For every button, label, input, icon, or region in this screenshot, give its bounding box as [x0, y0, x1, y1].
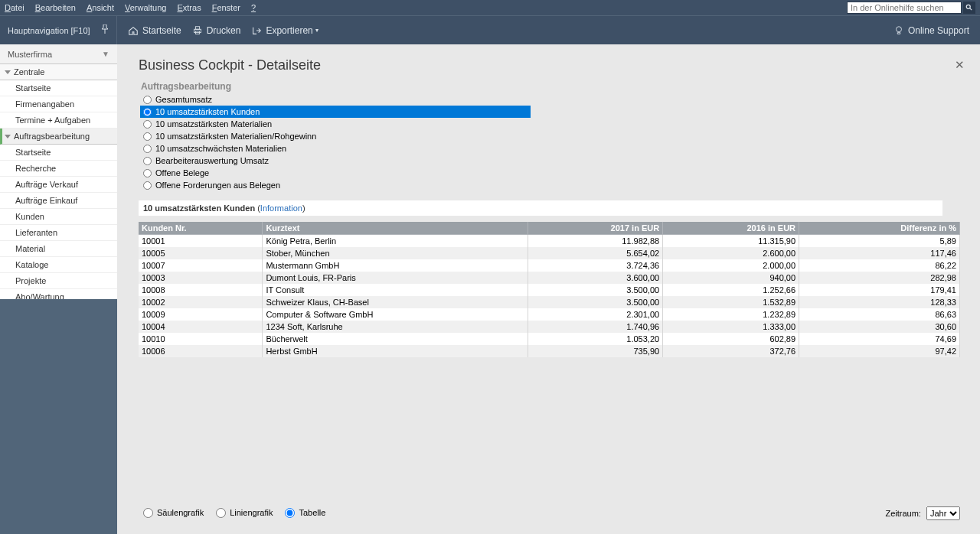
- view-option-radio[interactable]: [285, 508, 295, 518]
- table-row[interactable]: 10010Bücherwelt1.053,20602,8974,69: [139, 333, 960, 345]
- report-option-radio[interactable]: [143, 169, 152, 177]
- table-row[interactable]: 10002Schweizer Klaus, CH-Basel3.500,001.…: [139, 296, 960, 308]
- table-cell: 10003: [139, 272, 263, 284]
- sidebar-item-startseite[interactable]: Startseite: [0, 145, 117, 161]
- report-option-list: Gesamtumsatz10 umsatzstärksten Kunden10 …: [140, 93, 969, 191]
- menu-?[interactable]: ?: [251, 3, 256, 12]
- report-option-radio[interactable]: [143, 120, 152, 129]
- sidebar-item-startseite[interactable]: Startseite: [0, 80, 117, 96]
- report-option-label: 10 umsatzstärksten Materialien: [155, 119, 272, 129]
- table-row[interactable]: 10008IT Consult3.500,001.252,66179,41: [139, 284, 960, 296]
- page-title: Business Cockpit - Detailseite: [139, 57, 321, 73]
- search-icon[interactable]: [963, 2, 975, 14]
- table-subtitle: 10 umsatzstärksten Kunden (Information): [139, 200, 942, 216]
- online-support-button[interactable]: Online Support: [893, 16, 969, 44]
- table-cell: 10002: [139, 296, 263, 308]
- report-option-radio[interactable]: [143, 132, 152, 141]
- table-row[interactable]: 10003Dumont Louis, FR-Paris3.600,00940,0…: [139, 272, 960, 284]
- help-search-input[interactable]: [847, 2, 962, 14]
- print-label: Drucken: [207, 25, 241, 36]
- table-row[interactable]: 10007Mustermann GmbH3.724,362.000,0086,2…: [139, 259, 960, 272]
- table-cell: Bücherwelt: [263, 333, 528, 345]
- close-icon[interactable]: ✕: [950, 57, 969, 73]
- table-cell: 86,22: [799, 259, 960, 272]
- table-cell: 1.532,89: [663, 296, 799, 308]
- sidebar-item-material[interactable]: Material: [0, 241, 117, 257]
- sidebar-item-abo-wartung[interactable]: Abo/Wartung: [0, 289, 117, 299]
- report-option[interactable]: 10 umsatzstärksten Materialien: [140, 118, 969, 130]
- sidebar-item-zentrale[interactable]: Zentrale: [0, 64, 117, 80]
- table-cell: 97,42: [799, 345, 960, 357]
- menu-datei[interactable]: Datei: [5, 3, 24, 12]
- table-row[interactable]: 10006Herbst GmbH735,90372,7697,42: [139, 345, 960, 357]
- content-area: Business Cockpit - Detailseite ✕ Auftrag…: [117, 44, 980, 534]
- sidebar-item-recherche[interactable]: Recherche: [0, 161, 117, 177]
- main-menubar: DateiBearbeitenAnsichtVerwaltungExtrasFe…: [0, 0, 980, 15]
- table-row[interactable]: 10001König Petra, Berlin11.982,8811.315,…: [139, 235, 960, 248]
- sidebar-item-auftragsbearbeitung[interactable]: Auftragsbearbeitung: [0, 129, 117, 145]
- report-option-radio[interactable]: [143, 145, 152, 153]
- table-row[interactable]: 10009Computer & Software GmbH2.301,001.2…: [139, 308, 960, 321]
- menu-bearbeiten[interactable]: Bearbeiten: [35, 3, 76, 12]
- report-option[interactable]: Offene Belege: [140, 167, 969, 179]
- sidebar-header-label: Musterfirma: [8, 50, 52, 59]
- report-option[interactable]: Bearbeiterauswertung Umsatz: [140, 155, 969, 167]
- table-cell: 5,89: [799, 235, 960, 248]
- view-option[interactable]: Tabelle: [285, 508, 325, 518]
- print-button[interactable]: Drucken: [192, 16, 241, 44]
- table-cell: IT Consult: [263, 284, 528, 296]
- view-option-radio[interactable]: [143, 508, 153, 518]
- report-option-radio[interactable]: [143, 181, 152, 190]
- export-button[interactable]: Exportieren ▾: [251, 16, 318, 44]
- period-select[interactable]: Jahr: [926, 506, 960, 520]
- view-option[interactable]: Liniengrafik: [216, 508, 273, 518]
- table-header[interactable]: 2016 in EUR: [663, 222, 799, 235]
- sidebar-item-auftr-ge-einkauf[interactable]: Aufträge Einkauf: [0, 193, 117, 209]
- view-option[interactable]: Säulengrafik: [143, 508, 204, 518]
- table-cell: 282,98: [799, 272, 960, 284]
- report-option[interactable]: 10 umsatzstärksten Kunden: [140, 106, 531, 118]
- nav-title: Hauptnavigation [F10]: [8, 26, 90, 35]
- table-cell: 1.333,00: [663, 321, 799, 333]
- sidebar-item-lieferanten[interactable]: Lieferanten: [0, 225, 117, 241]
- table-header[interactable]: Differenz in %: [799, 222, 960, 235]
- sidebar-header[interactable]: Musterfirma ▼: [0, 44, 117, 64]
- sidebar-item-termine-aufgaben[interactable]: Termine + Aufgaben: [0, 112, 117, 129]
- data-table: Kunden Nr.Kurztext2017 in EUR2016 in EUR…: [139, 222, 960, 357]
- bottom-controls: SäulengrafikLiniengrafikTabelle Zeitraum…: [139, 503, 960, 526]
- report-option-radio[interactable]: [143, 157, 152, 165]
- report-option[interactable]: 10 umsatzstärksten Materialien/Rohgewinn: [140, 130, 969, 142]
- svg-line-1: [970, 8, 972, 11]
- pin-icon[interactable]: [101, 24, 109, 36]
- sidebar-item-auftr-ge-verkauf[interactable]: Aufträge Verkauf: [0, 177, 117, 193]
- report-option-label: 10 umsatzschwächsten Materialien: [155, 144, 286, 153]
- table-cell: 1.252,66: [663, 284, 799, 296]
- report-option[interactable]: Gesamtumsatz: [140, 93, 969, 106]
- report-option[interactable]: 10 umsatzschwächsten Materialien: [140, 142, 969, 155]
- sidebar-item-kunden[interactable]: Kunden: [0, 209, 117, 225]
- sidebar-item-kataloge[interactable]: Kataloge: [0, 257, 117, 273]
- table-cell: 735,90: [528, 345, 663, 357]
- table-row[interactable]: 100041234 Soft, Karlsruhe1.740,961.333,0…: [139, 321, 960, 333]
- report-option-radio[interactable]: [143, 108, 152, 116]
- menu-extras[interactable]: Extras: [177, 3, 201, 12]
- sidebar-item-firmenangaben[interactable]: Firmenangaben: [0, 96, 117, 112]
- home-button[interactable]: Startseite: [128, 16, 181, 44]
- info-link[interactable]: Information: [260, 204, 302, 213]
- menu-ansicht[interactable]: Ansicht: [87, 3, 114, 12]
- table-cell: Mustermann GmbH: [263, 259, 528, 272]
- export-label: Exportieren: [266, 25, 312, 36]
- menu-fenster[interactable]: Fenster: [212, 3, 240, 12]
- sidebar-item-label: Kunden: [15, 212, 44, 221]
- table-header[interactable]: Kunden Nr.: [139, 222, 263, 235]
- view-option-label: Liniengrafik: [230, 508, 273, 517]
- menu-verwaltung[interactable]: Verwaltung: [125, 3, 166, 12]
- table-row[interactable]: 10005Stober, München5.654,022.600,00117,…: [139, 247, 960, 259]
- report-option-radio[interactable]: [143, 96, 152, 104]
- table-header[interactable]: 2017 in EUR: [528, 222, 663, 235]
- table-header[interactable]: Kurztext: [263, 222, 528, 235]
- view-option-radio[interactable]: [216, 508, 226, 518]
- view-option-label: Tabelle: [299, 508, 325, 517]
- report-option[interactable]: Offene Forderungen aus Belegen: [140, 179, 969, 191]
- sidebar-item-projekte[interactable]: Projekte: [0, 273, 117, 289]
